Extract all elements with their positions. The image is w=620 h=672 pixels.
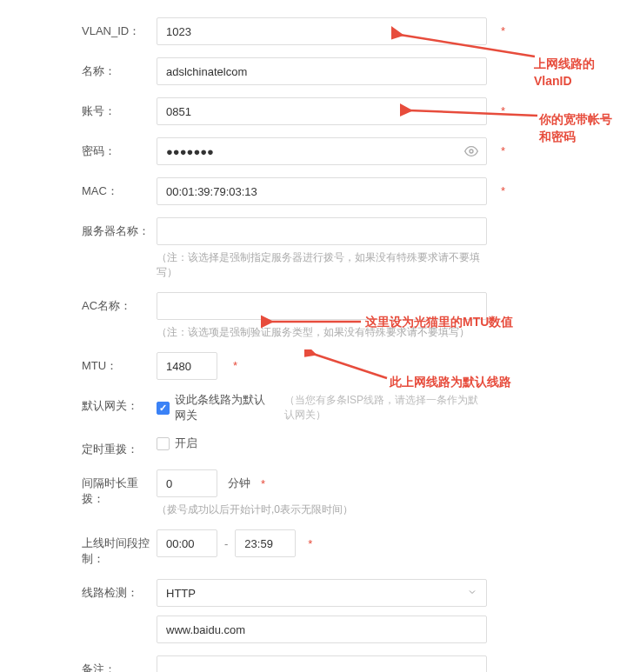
chevron-down-icon bbox=[467, 587, 477, 600]
input-account[interactable] bbox=[157, 97, 487, 125]
input-time-end[interactable] bbox=[235, 529, 296, 557]
time-dash: - bbox=[224, 537, 228, 550]
label-line-detect: 线路检测： bbox=[0, 579, 157, 601]
row-default-gateway: 默认网关： 设此条线路为默认网关 （当您有多条ISP线路，请选择一条作为默认网关… bbox=[0, 392, 585, 423]
checkbox-label-default-gateway: 设此条线路为默认网关 bbox=[175, 392, 272, 423]
row-account: 账号： * bbox=[0, 97, 585, 125]
row-vlan-id: VLAN_ID： * bbox=[0, 17, 585, 45]
required-marker: * bbox=[308, 537, 312, 550]
row-remark: 备注： bbox=[0, 655, 585, 672]
row-interval-redial: 间隔时长重拨： 分钟 * （拨号成功以后开始计时,0表示无限时间） bbox=[0, 469, 585, 517]
eye-icon[interactable] bbox=[464, 144, 478, 161]
config-form: VLAN_ID： * 名称： 账号： * 密码： * MAC： * 服务器名称：… bbox=[0, 0, 620, 672]
input-vlan-id[interactable] bbox=[157, 17, 487, 45]
input-interval-redial[interactable] bbox=[157, 469, 217, 497]
hint-interval-redial: （拨号成功以后开始计时,0表示无限时间） bbox=[157, 502, 487, 517]
input-mac[interactable] bbox=[157, 177, 487, 205]
label-name: 名称： bbox=[0, 57, 157, 79]
input-line-detect-url[interactable] bbox=[157, 615, 487, 643]
label-vlan-id: VLAN_ID： bbox=[0, 17, 157, 39]
input-password[interactable] bbox=[157, 137, 487, 165]
row-online-time: 上线时间段控制： - * bbox=[0, 529, 585, 567]
input-mtu[interactable] bbox=[157, 352, 217, 380]
row-server-name: 服务器名称： （注：该选择是强制指定服务器进行拨号，如果没有特殊要求请不要填写） bbox=[0, 217, 585, 280]
required-marker: * bbox=[501, 104, 505, 117]
label-default-gateway: 默认网关： bbox=[0, 392, 157, 414]
checkbox-scheduled-redial[interactable] bbox=[157, 437, 170, 450]
label-password: 密码： bbox=[0, 137, 157, 159]
svg-point-0 bbox=[470, 150, 473, 153]
label-scheduled-redial: 定时重拨： bbox=[0, 436, 157, 457]
input-time-start[interactable] bbox=[157, 529, 217, 557]
label-ac-name: AC名称： bbox=[0, 292, 157, 314]
row-name: 名称： bbox=[0, 57, 585, 85]
hint-server-name: （注：该选择是强制指定服务器进行拨号，如果没有特殊要求请不要填写） bbox=[157, 250, 487, 280]
label-remark: 备注： bbox=[0, 655, 157, 672]
select-value: HTTP bbox=[166, 587, 196, 600]
input-server-name[interactable] bbox=[157, 217, 487, 245]
label-server-name: 服务器名称： bbox=[0, 217, 157, 239]
checkbox-label-scheduled-redial: 开启 bbox=[175, 436, 197, 451]
row-ac-name: AC名称： （注：该选项是强制验证服务类型，如果没有特殊要求请不要填写） bbox=[0, 292, 585, 340]
label-interval-redial: 间隔时长重拨： bbox=[0, 469, 157, 507]
label-online-time: 上线时间段控制： bbox=[0, 529, 157, 567]
label-account: 账号： bbox=[0, 97, 157, 119]
select-line-detect[interactable]: HTTP bbox=[157, 579, 487, 607]
input-remark[interactable] bbox=[157, 655, 487, 672]
checkbox-default-gateway[interactable] bbox=[157, 402, 170, 415]
unit-minutes: 分钟 bbox=[228, 476, 250, 491]
input-name[interactable] bbox=[157, 57, 487, 85]
hint-default-gateway: （当您有多条ISP线路，请选择一条作为默认网关） bbox=[284, 393, 487, 422]
row-password: 密码： * bbox=[0, 137, 585, 165]
row-line-detect: 线路检测： HTTP bbox=[0, 579, 585, 643]
hint-ac-name: （注：该选项是强制验证服务类型，如果没有特殊要求请不要填写） bbox=[157, 325, 487, 340]
required-marker: * bbox=[261, 477, 265, 490]
required-marker: * bbox=[501, 184, 505, 197]
input-ac-name[interactable] bbox=[157, 292, 487, 320]
required-marker: * bbox=[233, 359, 237, 372]
label-mac: MAC： bbox=[0, 177, 157, 199]
required-marker: * bbox=[501, 24, 505, 37]
row-mac: MAC： * bbox=[0, 177, 585, 205]
required-marker: * bbox=[501, 144, 505, 157]
row-scheduled-redial: 定时重拨： 开启 bbox=[0, 436, 585, 457]
row-mtu: MTU： * bbox=[0, 352, 585, 380]
label-mtu: MTU： bbox=[0, 352, 157, 374]
